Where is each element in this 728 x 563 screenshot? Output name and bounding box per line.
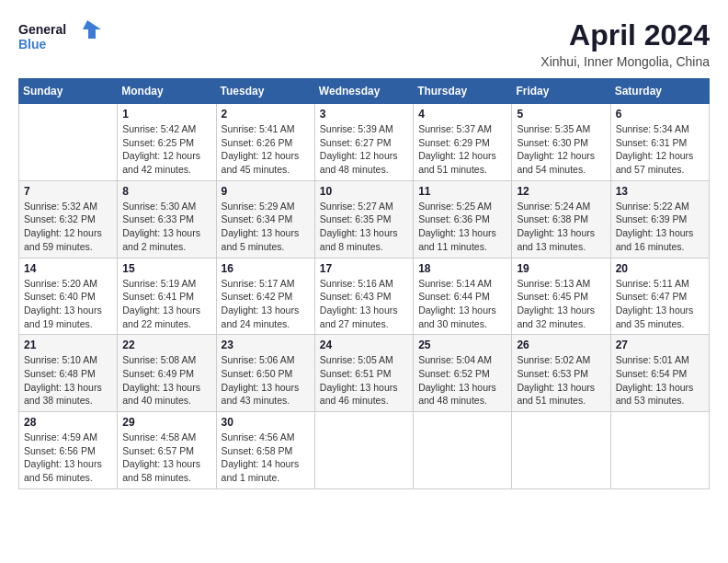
calendar-cell: 4Sunrise: 5:37 AMSunset: 6:29 PMDaylight… [414, 104, 512, 181]
day-number: 5 [517, 108, 605, 121]
calendar-cell: 12Sunrise: 5:24 AMSunset: 6:38 PMDayligh… [512, 180, 610, 258]
logo: General Blue [18, 18, 101, 55]
calendar-cell: 25Sunrise: 5:04 AMSunset: 6:52 PMDayligh… [414, 335, 512, 412]
day-info: Sunrise: 5:14 AMSunset: 6:44 PMDaylight:… [418, 277, 506, 331]
day-number: 29 [122, 416, 210, 429]
day-info: Sunrise: 5:30 AMSunset: 6:33 PMDaylight:… [122, 200, 210, 254]
day-number: 1 [122, 108, 210, 121]
svg-text:Blue: Blue [18, 37, 47, 52]
day-info: Sunrise: 5:32 AMSunset: 6:32 PMDaylight:… [24, 200, 112, 254]
day-info: Sunrise: 4:59 AMSunset: 6:56 PMDaylight:… [24, 431, 112, 485]
day-number: 16 [222, 262, 310, 275]
calendar-cell: 7Sunrise: 5:32 AMSunset: 6:32 PMDaylight… [19, 180, 118, 258]
calendar-cell: 10Sunrise: 5:27 AMSunset: 6:35 PMDayligh… [314, 180, 413, 258]
day-info: Sunrise: 5:04 AMSunset: 6:52 PMDaylight:… [418, 353, 506, 408]
day-info: Sunrise: 5:39 AMSunset: 6:27 PMDaylight:… [320, 122, 408, 177]
day-info: Sunrise: 5:06 AMSunset: 6:50 PMDaylight:… [222, 353, 310, 408]
day-number: 20 [616, 262, 704, 275]
day-number: 28 [24, 416, 112, 429]
calendar-table: SundayMondayTuesdayWednesdayThursdayFrid… [18, 78, 710, 489]
calendar-cell: 17Sunrise: 5:16 AMSunset: 6:43 PMDayligh… [314, 258, 413, 335]
day-number: 13 [616, 185, 704, 198]
day-number: 24 [320, 339, 408, 351]
calendar-cell: 9Sunrise: 5:29 AMSunset: 6:34 PMDaylight… [216, 180, 314, 258]
day-number: 4 [418, 108, 506, 121]
week-row-4: 21Sunrise: 5:10 AMSunset: 6:48 PMDayligh… [19, 335, 710, 412]
svg-text:General: General [18, 22, 66, 37]
day-number: 3 [320, 108, 408, 121]
calendar-cell: 3Sunrise: 5:39 AMSunset: 6:27 PMDaylight… [314, 104, 413, 181]
weekday-header-wednesday: Wednesday [314, 79, 413, 104]
day-number: 15 [122, 262, 210, 275]
day-number: 27 [616, 339, 704, 351]
weekday-header-monday: Monday [118, 79, 216, 104]
day-info: Sunrise: 5:22 AMSunset: 6:39 PMDaylight:… [616, 200, 704, 254]
calendar-cell: 18Sunrise: 5:14 AMSunset: 6:44 PMDayligh… [414, 258, 512, 335]
day-number: 25 [418, 339, 506, 351]
calendar-cell: 22Sunrise: 5:08 AMSunset: 6:49 PMDayligh… [118, 335, 216, 412]
day-info: Sunrise: 5:01 AMSunset: 6:54 PMDaylight:… [616, 353, 704, 408]
day-info: Sunrise: 5:10 AMSunset: 6:48 PMDaylight:… [24, 353, 112, 408]
day-number: 9 [222, 185, 310, 198]
month-title: April 2024 [540, 18, 710, 52]
calendar-cell: 29Sunrise: 4:58 AMSunset: 6:57 PMDayligh… [118, 412, 216, 489]
day-number: 22 [122, 339, 210, 351]
calendar-cell: 20Sunrise: 5:11 AMSunset: 6:47 PMDayligh… [610, 258, 709, 335]
day-info: Sunrise: 5:16 AMSunset: 6:43 PMDaylight:… [320, 277, 408, 331]
day-info: Sunrise: 5:02 AMSunset: 6:53 PMDaylight:… [517, 353, 605, 408]
calendar-cell: 16Sunrise: 5:17 AMSunset: 6:42 PMDayligh… [216, 258, 314, 335]
day-info: Sunrise: 4:56 AMSunset: 6:58 PMDaylight:… [222, 431, 310, 485]
weekday-header-friday: Friday [512, 79, 610, 104]
day-info: Sunrise: 5:17 AMSunset: 6:42 PMDaylight:… [222, 277, 310, 331]
calendar-cell [512, 412, 610, 489]
day-info: Sunrise: 5:08 AMSunset: 6:49 PMDaylight:… [122, 353, 210, 408]
day-info: Sunrise: 4:58 AMSunset: 6:57 PMDaylight:… [122, 431, 210, 485]
week-row-2: 7Sunrise: 5:32 AMSunset: 6:32 PMDaylight… [19, 180, 710, 258]
calendar-cell [19, 104, 118, 181]
calendar-cell: 8Sunrise: 5:30 AMSunset: 6:33 PMDaylight… [118, 180, 216, 258]
day-number: 17 [320, 262, 408, 275]
day-info: Sunrise: 5:20 AMSunset: 6:40 PMDaylight:… [24, 277, 112, 331]
calendar-cell: 14Sunrise: 5:20 AMSunset: 6:40 PMDayligh… [19, 258, 118, 335]
day-number: 8 [122, 185, 210, 198]
calendar-cell: 19Sunrise: 5:13 AMSunset: 6:45 PMDayligh… [512, 258, 610, 335]
calendar-cell: 5Sunrise: 5:35 AMSunset: 6:30 PMDaylight… [512, 104, 610, 181]
day-number: 23 [222, 339, 310, 351]
calendar-cell: 11Sunrise: 5:25 AMSunset: 6:36 PMDayligh… [414, 180, 512, 258]
day-info: Sunrise: 5:34 AMSunset: 6:31 PMDaylight:… [616, 122, 704, 177]
calendar-cell: 26Sunrise: 5:02 AMSunset: 6:53 PMDayligh… [512, 335, 610, 412]
page-header: General Blue April 2024 Xinhui, Inner Mo… [18, 18, 710, 69]
calendar-cell: 30Sunrise: 4:56 AMSunset: 6:58 PMDayligh… [216, 412, 314, 489]
day-number: 30 [222, 416, 310, 429]
calendar-cell: 24Sunrise: 5:05 AMSunset: 6:51 PMDayligh… [314, 335, 413, 412]
day-info: Sunrise: 5:11 AMSunset: 6:47 PMDaylight:… [616, 277, 704, 331]
day-number: 18 [418, 262, 506, 275]
calendar-cell: 15Sunrise: 5:19 AMSunset: 6:41 PMDayligh… [118, 258, 216, 335]
weekday-header-sunday: Sunday [19, 79, 118, 104]
calendar-cell [314, 412, 413, 489]
day-info: Sunrise: 5:19 AMSunset: 6:41 PMDaylight:… [122, 277, 210, 331]
calendar-cell: 21Sunrise: 5:10 AMSunset: 6:48 PMDayligh… [19, 335, 118, 412]
day-info: Sunrise: 5:29 AMSunset: 6:34 PMDaylight:… [222, 200, 310, 254]
title-section: April 2024 Xinhui, Inner Mongolia, China [540, 18, 710, 69]
calendar-cell: 28Sunrise: 4:59 AMSunset: 6:56 PMDayligh… [19, 412, 118, 489]
day-number: 26 [517, 339, 605, 351]
day-number: 19 [517, 262, 605, 275]
day-info: Sunrise: 5:41 AMSunset: 6:26 PMDaylight:… [222, 122, 310, 177]
day-number: 6 [616, 108, 704, 121]
weekday-header-tuesday: Tuesday [216, 79, 314, 104]
week-row-3: 14Sunrise: 5:20 AMSunset: 6:40 PMDayligh… [19, 258, 710, 335]
location-subtitle: Xinhui, Inner Mongolia, China [540, 54, 710, 69]
calendar-cell: 23Sunrise: 5:06 AMSunset: 6:50 PMDayligh… [216, 335, 314, 412]
day-number: 10 [320, 185, 408, 198]
day-info: Sunrise: 5:35 AMSunset: 6:30 PMDaylight:… [517, 122, 605, 177]
week-row-1: 1Sunrise: 5:42 AMSunset: 6:25 PMDaylight… [19, 104, 710, 181]
calendar-cell: 27Sunrise: 5:01 AMSunset: 6:54 PMDayligh… [610, 335, 709, 412]
calendar-cell [610, 412, 709, 489]
day-number: 7 [24, 185, 112, 198]
day-number: 14 [24, 262, 112, 275]
weekday-header-saturday: Saturday [610, 79, 709, 104]
day-info: Sunrise: 5:37 AMSunset: 6:29 PMDaylight:… [418, 122, 506, 177]
day-info: Sunrise: 5:13 AMSunset: 6:45 PMDaylight:… [517, 277, 605, 331]
svg-marker-2 [83, 20, 101, 39]
